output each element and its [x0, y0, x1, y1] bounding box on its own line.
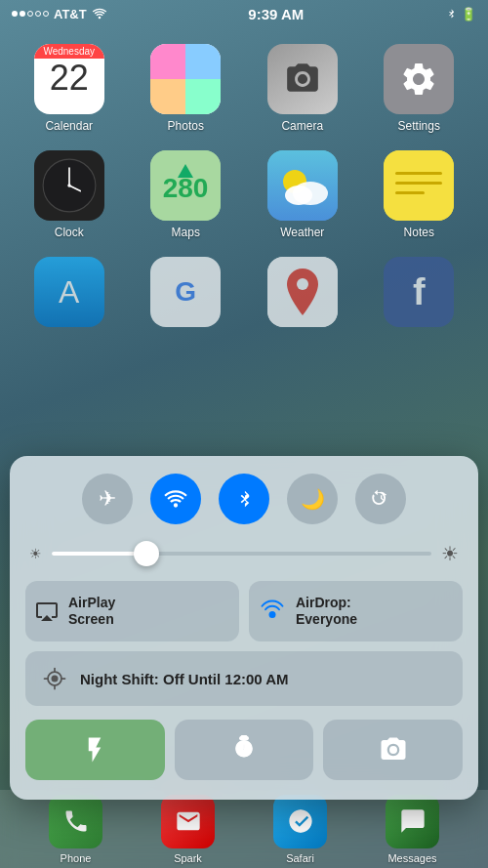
app-calendar-label: Calendar: [45, 119, 93, 133]
camera-app-icon: [284, 61, 321, 98]
airplay-label-line1: AirPlay: [68, 595, 115, 611]
messages-icon: [399, 807, 427, 835]
safari-icon: [287, 807, 314, 835]
notes-app-icon: [384, 150, 454, 221]
app-google[interactable]: G: [137, 257, 236, 327]
airdrop-text: AirDrop: Everyone: [296, 595, 357, 628]
app-photos-label: Photos: [168, 119, 204, 133]
night-shift-icon: [41, 665, 68, 692]
svg-point-10: [285, 186, 312, 205]
settings-app-icon: [399, 60, 438, 99]
app-weather-label: Weather: [280, 226, 324, 239]
do-not-disturb-toggle[interactable]: 🌙: [287, 474, 338, 524]
weather-app-icon: [267, 150, 338, 221]
mail-icon: [175, 807, 202, 835]
app-camera-label: Camera: [281, 119, 323, 133]
dock-messages-icon: [386, 795, 439, 848]
app-calendar[interactable]: Wednesday 22 Calendar: [20, 44, 119, 133]
wifi-toggle[interactable]: [150, 474, 201, 524]
dock-phone[interactable]: Phone: [49, 795, 102, 864]
signal-dot-5: [43, 11, 49, 17]
dock-safari-icon: [273, 795, 327, 848]
airplay-icon: [35, 599, 59, 623]
camera-quick-button[interactable]: [323, 720, 463, 780]
rotation-lock-toggle[interactable]: [355, 474, 406, 524]
airplay-text: AirPlay Screen: [68, 595, 115, 628]
dock-safari[interactable]: Safari: [273, 795, 327, 864]
signal-dot-1: [12, 11, 18, 17]
facebook-icon-letter: f: [413, 271, 426, 313]
airplay-label-line2: Screen: [68, 611, 115, 628]
airdrop-label: AirDrop:: [296, 595, 357, 611]
dock-spark[interactable]: Spark: [161, 795, 215, 864]
googlemaps-app-icon: [267, 257, 338, 327]
app-clock[interactable]: Clock: [20, 150, 119, 239]
night-shift-label: Night Shift: Off Until 12:00 AM: [80, 671, 289, 687]
dock: Phone Spark Safari Messages: [0, 790, 488, 868]
photo-quad-2: [185, 44, 221, 79]
signal-dots: [12, 11, 49, 17]
calendar-day-label: Wednesday: [34, 44, 104, 59]
app-photos[interactable]: Photos: [137, 44, 236, 133]
dock-spark-label: Spark: [174, 852, 202, 864]
brightness-fill: [52, 552, 146, 556]
bluetooth-toggle-icon: [233, 488, 255, 510]
calendar-date: 22: [50, 58, 89, 99]
signal-dot-3: [27, 11, 33, 17]
quick-icons-row: [25, 720, 463, 780]
photo-quad-3: [150, 79, 185, 114]
app-maps-label: Maps: [172, 226, 200, 239]
photo-quad-4: [185, 79, 221, 114]
app-facebook[interactable]: f: [370, 257, 469, 327]
dock-spark-icon: [161, 795, 215, 848]
svg-rect-11: [384, 150, 454, 221]
dock-phone-label: Phone: [61, 852, 92, 864]
airdrop-status: Everyone: [296, 611, 357, 628]
flashlight-icon: [80, 735, 109, 765]
app-googlemaps[interactable]: [253, 257, 352, 327]
phone-icon: [62, 807, 90, 835]
bluetooth-toggle[interactable]: [219, 474, 269, 524]
camera-quick-icon: [379, 735, 408, 765]
app-notes[interactable]: Notes: [370, 150, 469, 239]
airplay-screen-button[interactable]: AirPlay Screen: [25, 581, 239, 641]
svg-point-19: [52, 676, 59, 682]
app-weather[interactable]: Weather: [253, 150, 352, 239]
night-shift-button[interactable]: Night Shift: Off Until 12:00 AM: [25, 651, 463, 706]
timer-button[interactable]: [175, 720, 314, 780]
photo-quad-1: [150, 44, 185, 79]
dock-phone-icon: [49, 795, 102, 848]
wifi-status-icon: [92, 6, 107, 21]
signal-dot-2: [20, 11, 25, 17]
rotation-lock-icon: [370, 488, 391, 510]
signal-dot-4: [35, 11, 41, 17]
brightness-row: ☀ ☀: [25, 542, 463, 565]
dock-messages[interactable]: Messages: [386, 795, 439, 864]
flashlight-button[interactable]: [25, 720, 165, 780]
status-bar: AT&T 9:39 AM 🔋: [0, 0, 488, 27]
app-notes-label: Notes: [404, 226, 434, 239]
app-grid: Wednesday 22 Calendar Photos Camera Sett…: [0, 34, 488, 337]
battery-icon: 🔋: [461, 7, 476, 21]
app-settings[interactable]: Settings: [370, 44, 469, 133]
airdrop-icon: [259, 598, 286, 625]
status-time: 9:39 AM: [248, 6, 304, 22]
wifi-toggle-icon: [163, 486, 188, 512]
brightness-min-icon: ☀: [29, 546, 42, 561]
clock-app-icon: [42, 158, 97, 213]
appstore-icon: A: [59, 274, 79, 310]
svg-point-17: [269, 611, 276, 618]
app-settings-label: Settings: [398, 119, 440, 133]
carrier-label: AT&T: [54, 7, 87, 21]
app-camera[interactable]: Camera: [253, 44, 352, 133]
svg-point-16: [297, 278, 308, 290]
brightness-slider[interactable]: [52, 552, 431, 556]
airplane-icon: ✈: [99, 486, 116, 512]
app-appstore[interactable]: A: [20, 257, 119, 327]
bluetooth-status-icon: [445, 6, 457, 21]
airdrop-button[interactable]: AirDrop: Everyone: [249, 581, 463, 641]
brightness-thumb[interactable]: [134, 541, 159, 566]
app-maps[interactable]: 280 Maps: [137, 150, 236, 239]
airplane-mode-toggle[interactable]: ✈: [82, 474, 133, 524]
dock-safari-label: Safari: [286, 852, 314, 864]
